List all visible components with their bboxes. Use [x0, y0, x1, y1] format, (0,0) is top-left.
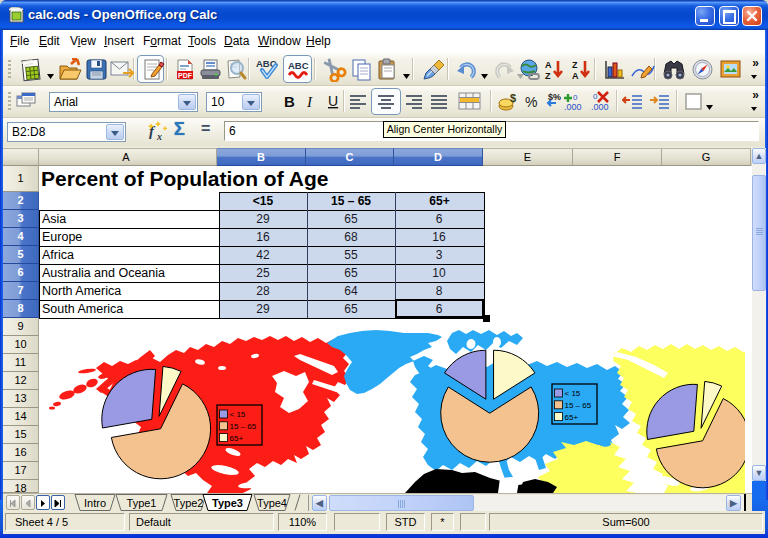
svg-text:A: A	[545, 60, 552, 70]
svg-text:$: $	[510, 92, 516, 104]
svg-text:Type3: Type3	[212, 497, 243, 509]
svg-text:15 – 65: 15 – 65	[230, 422, 257, 431]
svg-text:ABC: ABC	[288, 60, 309, 71]
svg-text:.000: .000	[564, 102, 582, 112]
svg-text:U: U	[328, 93, 338, 109]
svg-text:0: 0	[573, 93, 578, 102]
svg-text:0: 0	[593, 92, 598, 101]
svg-text:< 15: < 15	[230, 410, 246, 419]
svg-text:%: %	[525, 94, 537, 110]
svg-text:I: I	[306, 94, 313, 110]
svg-text:65+: 65+	[230, 434, 244, 443]
svg-text:< 15: < 15	[565, 389, 581, 398]
svg-text:x: x	[156, 131, 162, 142]
svg-text:65+: 65+	[565, 413, 579, 422]
svg-text:Type1: Type1	[127, 497, 157, 509]
svg-text:Z: Z	[572, 60, 578, 70]
svg-text:15 – 65: 15 – 65	[565, 401, 592, 410]
svg-text:Type2: Type2	[174, 497, 204, 509]
svg-text:Type4: Type4	[257, 497, 287, 509]
svg-text:Z: Z	[545, 71, 551, 81]
svg-text:A: A	[572, 71, 579, 81]
svg-text:PDF: PDF	[178, 72, 193, 79]
svg-text:.000: .000	[591, 102, 609, 112]
svg-text:Intro: Intro	[84, 497, 106, 509]
svg-text:B: B	[284, 93, 295, 110]
